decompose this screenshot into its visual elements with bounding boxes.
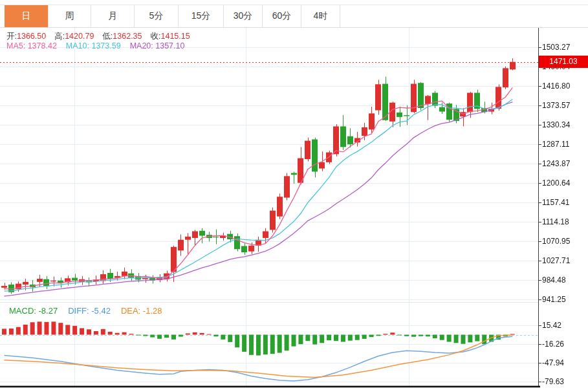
price-axis-label: 1027.71	[542, 256, 586, 265]
ma-legend-item: MA10: 1373.59	[66, 41, 121, 50]
ohlc-value: 1362.35	[113, 32, 142, 41]
macd-legend-item: DEA: -1.28	[121, 306, 162, 316]
tab-60min[interactable]: 60分	[263, 5, 301, 27]
price-axis-label: 1287.11	[542, 140, 586, 149]
macd-legend-item: MACD: -8.27	[9, 306, 58, 316]
macd-legend: MACD: -8.27DIFF: -5.42DEA: -1.28	[9, 306, 172, 316]
price-axis-label: 1157.41	[542, 198, 586, 207]
tab-5min[interactable]: 5分	[135, 5, 179, 27]
ohlc-legend: 开:1366.50高:1420.79低:1362.35收:1415.15	[6, 31, 199, 42]
price-axis-label: 1330.34	[542, 120, 586, 129]
tab-30min[interactable]: 30分	[224, 5, 263, 27]
tab-month[interactable]: 月	[91, 5, 135, 27]
period-tabbar: 日周月5分15分30分60分4时	[0, 5, 588, 28]
price-axis-label: 1114.18	[542, 217, 586, 226]
tab-15min[interactable]: 15分	[179, 5, 224, 27]
ma-legend-item: MA5: 1378.42	[6, 41, 57, 50]
price-axis-label: 1416.80	[542, 81, 586, 91]
tab-week[interactable]: 周	[48, 5, 91, 27]
tab-day[interactable]: 日	[5, 5, 48, 27]
macd-axis-label: -79.63	[542, 377, 586, 386]
price-axis-label: 1373.57	[542, 101, 586, 110]
price-axis-label: 941.25	[542, 295, 586, 304]
ohlc-value: 1366.50	[17, 32, 46, 41]
price-axis-label: 1503.27	[542, 43, 586, 52]
price-axis-label: 984.48	[542, 276, 586, 285]
price-axis-label: 1200.64	[542, 179, 586, 188]
macd-axis-label: -16.26	[542, 340, 586, 349]
ohlc-label: 开:	[6, 32, 17, 41]
ohlc-value: 1415.15	[161, 32, 190, 41]
macd-legend-item: DIFF: -5.42	[68, 306, 111, 316]
ohlc-value: 1420.79	[65, 32, 94, 41]
ohlc-label: 低:	[102, 32, 113, 41]
candlestick-chart-canvas[interactable]	[0, 0, 588, 390]
kline-chart-app: 日周月5分15分30分60分4时 开:1366.50高:1420.79低:136…	[0, 0, 588, 390]
macd-axis-label: -47.94	[542, 358, 586, 367]
macd-axis-label: 15.42	[542, 321, 586, 330]
price-axis-label: 1243.87	[542, 159, 586, 168]
price-axis-label: 1070.95	[542, 237, 586, 246]
ohlc-label: 高:	[54, 32, 65, 41]
current-price-badge: 1471.03	[539, 56, 588, 68]
ma-legend-item: MA20: 1357.10	[130, 41, 185, 50]
tab-4hour[interactable]: 4时	[301, 5, 340, 27]
ohlc-label: 收:	[151, 32, 161, 41]
ma-legend: MA5: 1378.42MA10: 1373.59MA20: 1357.10	[6, 41, 193, 50]
